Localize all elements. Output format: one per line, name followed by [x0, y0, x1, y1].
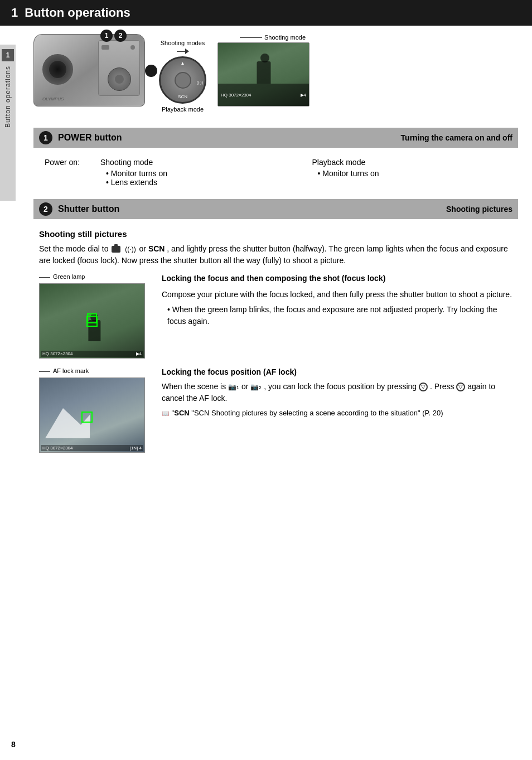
shooting-mode-image-area: Shooting mode HQ 3072×2304 ▶4 [217, 34, 309, 107]
shooting-mode-preview: HQ 3072×2304 ▶4 [217, 42, 309, 107]
af-lock-title: Locking the focus position (AF lock) [162, 367, 512, 376]
scene-icon-1: 📷₁ [228, 382, 239, 392]
green-lamp-line: Green lamp [39, 273, 151, 282]
playback-mode-label: Playback mode [162, 106, 204, 113]
playback-mode-bullet1: • Monitor turns on [318, 169, 513, 178]
af-img-overlay: HQ 3072×2304 [1N] 4 [41, 445, 143, 451]
page-number: 8 [11, 740, 16, 749]
green-lamp-label: Green lamp [53, 273, 85, 280]
badge-3 [145, 65, 157, 77]
ref-icon: 📖 [162, 410, 170, 417]
section2-title: Shutter button [58, 204, 441, 214]
focus-lock-layout: Green lamp HQ 3072×2304 ▶4 [39, 273, 512, 359]
shooting-mode-title: Shooting mode [100, 158, 301, 167]
badge-2: 2 [114, 30, 127, 42]
section1-header: 1 POWER button Turning the camera on and… [33, 128, 518, 148]
scn-label: SCN [148, 244, 165, 253]
section2-subtitle: Shooting pictures [446, 205, 512, 214]
section1-title: POWER button [58, 133, 395, 143]
still-pictures-desc: Set the mode dial to ((·)) or SCN , and … [39, 243, 512, 267]
scn-note-ref: 📖 "SCN "SCN Shooting pictures by selecti… [162, 408, 512, 419]
shooting-mode-bullet2: • Lens extends [106, 178, 301, 187]
af-left: AF lock mark HQ 3072×2304 [1N] 4 [39, 367, 151, 453]
title-bar: 1 Button operations [0, 0, 532, 26]
camera-lens [42, 54, 73, 85]
focus-lock-title: Locking the focus and then composing the… [162, 273, 512, 284]
section1-badge: 1 [39, 131, 52, 144]
camera-icon [112, 246, 120, 253]
camera-body: OLYMPUS [33, 34, 145, 107]
af-lock-image: HQ 3072×2304 [1N] 4 [39, 377, 145, 453]
wave-icon: ((·)) [125, 244, 136, 254]
playback-mode-col: Playback mode • Monitor turns on [312, 158, 513, 187]
mode-dial: ▲ SCN ((·)) [159, 56, 206, 104]
press-arrow-icon: ▽ [456, 383, 465, 391]
diagram-area: OLYMPUS 1 2 Shooting modes ▲ SCN ((·)) [33, 26, 518, 123]
chapter-number: 1 [11, 6, 18, 20]
section2-badge: 2 [39, 202, 52, 216]
focus-lock-bullet: • When the green lamp blinks, the focus … [167, 304, 512, 327]
camera-lens-inner [48, 60, 67, 79]
side-tab: 1 Button operations [0, 45, 16, 201]
focus-img-overlay: HQ 3072×2304 ▶4 [41, 351, 143, 357]
badge-1: 1 [100, 30, 113, 42]
af-label-line: AF lock mark [39, 367, 151, 376]
focus-lock-desc: Compose your picture with the focus lock… [162, 289, 512, 301]
shutter-content: Shooting still pictures Set the mode dia… [33, 224, 518, 458]
section1-subtitle: Turning the camera on and off [401, 133, 512, 142]
scn-ref-bold: SCN [174, 409, 189, 417]
focus-lock-image: HQ 3072×2304 ▶4 [39, 283, 145, 359]
af-lock-desc: When the scene is 📷₁ or 📷₂ , you can loc… [162, 381, 512, 404]
section2-header: 2 Shutter button Shooting pictures [33, 199, 518, 219]
focus-right: Locking the focus and then composing the… [162, 273, 512, 359]
still-pictures-title: Shooting still pictures [39, 229, 512, 239]
camera-diagram: OLYMPUS 1 2 [33, 34, 148, 118]
shooting-modes-label: Shooting modes [161, 40, 205, 46]
preview-overlay-info: HQ 3072×2304 [221, 93, 252, 98]
down-arrow-icon: ▽ [419, 383, 428, 391]
side-tab-number: 1 [2, 49, 14, 61]
scene-icon-2: 📷₂ [250, 382, 262, 392]
af-right: Locking the focus position (AF lock) Whe… [162, 367, 512, 453]
playback-mode-title: Playback mode [312, 158, 513, 167]
mode-dial-area: Shooting modes ▲ SCN ((·)) Playback mode [159, 40, 206, 113]
focus-left: Green lamp HQ 3072×2304 ▶4 [39, 273, 151, 359]
af-lock-layout: AF lock mark HQ 3072×2304 [1N] 4 Locking… [39, 367, 512, 453]
shooting-mode-label: Shooting mode [264, 34, 306, 41]
af-marker [81, 412, 93, 423]
page-title: Button operations [25, 6, 130, 20]
side-tab-label: Button operations [4, 66, 12, 128]
shooting-mode-col: Shooting mode • Monitor turns on • Lens … [100, 158, 301, 187]
power-on-label: Power on: [45, 158, 89, 187]
power-content: Power on: Shooting mode • Monitor turns … [33, 152, 518, 192]
shooting-mode-bullet1: • Monitor turns on [106, 169, 301, 178]
af-lock-mark-label: AF lock mark [53, 367, 89, 374]
